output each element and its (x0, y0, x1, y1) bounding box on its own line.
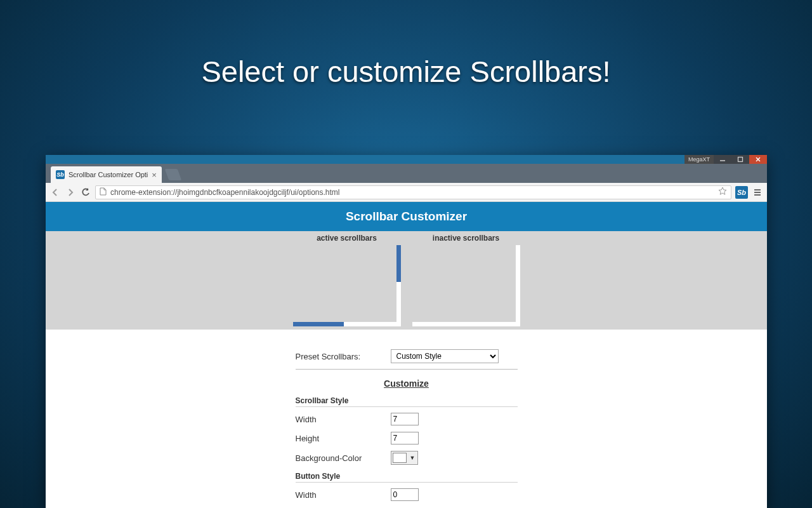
tab-close-icon[interactable]: × (152, 171, 157, 179)
page-content: Scrollbar Customizer active scrollbars i… (46, 202, 767, 508)
customize-heading: Customize (296, 372, 518, 392)
window-titlebar: MegaXT (46, 155, 767, 164)
minimize-button[interactable] (714, 155, 731, 164)
back-icon[interactable] (49, 187, 61, 198)
inactive-preview-label: inactive scrollbars (433, 234, 499, 243)
tab-favicon: Sb (56, 170, 65, 179)
tab-strip: Sb Scrollbar Customizer Opti × (46, 164, 767, 183)
active-scrollbar-preview (293, 245, 401, 326)
reload-icon[interactable] (80, 187, 91, 198)
page-icon (100, 187, 107, 197)
address-bar[interactable]: chrome-extension://jhoimgdnbcfkoapennila… (95, 185, 731, 199)
maximize-button[interactable] (731, 155, 749, 164)
new-tab-button[interactable] (165, 169, 182, 180)
color-swatch (393, 453, 407, 463)
width-input[interactable] (391, 413, 419, 425)
bgcolor-picker[interactable]: ▼ (391, 451, 419, 465)
app-header: Scrollbar Customizer (46, 202, 767, 231)
chevron-down-icon: ▼ (409, 455, 417, 461)
bgcolor-label: Background-Color (296, 453, 391, 463)
url-text: chrome-extension://jhoimgdnbcfkoapennila… (110, 188, 340, 197)
customize-form: Preset Scrollbars: Custom Style Customiz… (296, 346, 518, 504)
button-width-input[interactable] (391, 488, 419, 501)
button-style-heading: Button Style (296, 468, 518, 483)
preset-select[interactable]: Custom Style (391, 349, 499, 363)
bookmark-star-icon[interactable] (718, 187, 727, 197)
preset-label: Preset Scrollbars: (296, 352, 391, 361)
window-badge: MegaXT (684, 155, 714, 164)
height-label: Height (296, 434, 391, 443)
inactive-scrollbar-preview (412, 245, 520, 326)
browser-window: MegaXT Sb Scrollbar Customizer Opti × (46, 155, 767, 508)
width-label: Width (296, 415, 391, 424)
browser-toolbar: chrome-extension://jhoimgdnbcfkoapennila… (46, 183, 767, 202)
close-button[interactable] (749, 155, 767, 164)
tab-title: Scrollbar Customizer Opti (69, 171, 148, 178)
browser-tab[interactable]: Sb Scrollbar Customizer Opti × (51, 166, 162, 183)
extension-icon[interactable]: Sb (735, 186, 748, 199)
promo-headline: Select or customize Scrollbars! (0, 0, 812, 89)
scrollbar-style-heading: Scrollbar Style (296, 392, 518, 407)
forward-icon[interactable] (65, 187, 76, 198)
button-width-label: Width (296, 490, 391, 500)
scrollbar-preview-area: active scrollbars inactive scrollbars (46, 231, 767, 330)
hamburger-menu-icon[interactable] (752, 187, 763, 198)
svg-rect-1 (738, 157, 743, 162)
active-preview-label: active scrollbars (317, 234, 377, 243)
height-input[interactable] (391, 432, 419, 444)
